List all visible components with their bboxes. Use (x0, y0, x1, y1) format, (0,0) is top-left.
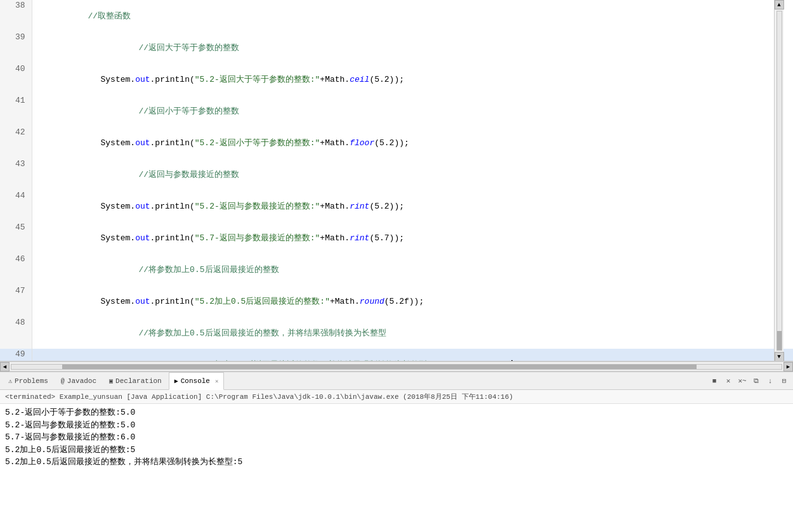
indent (88, 328, 139, 338)
code-content[interactable]: //取整函数 (32, 0, 793, 32)
code-args: (5.7)); (369, 233, 404, 243)
code-dot: .println( (150, 202, 195, 211)
code-plus: +Math. (320, 75, 350, 84)
table-row: 44 System.out.println("5.2-返回与参数最接近的整数:"… (0, 190, 793, 222)
tabs-bar: ⚠ Problems @ Javadoc ▣ Declaration ▶ Con… (0, 372, 793, 390)
code-args: (5.2)); (369, 202, 404, 211)
horizontal-scrollbar[interactable]: ◀ ▶ (0, 361, 793, 371)
table-row: 41 //返回小于等于参数的整数 (0, 95, 793, 127)
code-content[interactable]: System.out.println("5.7-返回与参数最接近的整数:"+Ma… (32, 222, 793, 254)
code-content[interactable]: System.out.println("5.2-返回大于等于参数的整数:"+Ma… (32, 63, 793, 95)
console-line-2: 5.2-返回与参数最接近的整数:5.0 (5, 419, 788, 432)
code-method: rint (350, 233, 369, 243)
code-content[interactable]: //返回小于等于参数的整数 (32, 95, 793, 127)
line-number: 40 (0, 63, 32, 95)
code-content[interactable]: //返回大于等于参数的整数 (32, 32, 793, 63)
toolbar-new-console-button[interactable]: ⧉ (750, 375, 763, 387)
scroll-left-button[interactable]: ◀ (0, 362, 10, 372)
code-method: rint (350, 202, 369, 211)
console-line-5: 5.2加上0.5后返回最接近的整数，并将结果强制转换为长整型:5 (5, 456, 788, 469)
scroll-right-button[interactable]: ▶ (783, 362, 793, 372)
tab-console[interactable]: ▶ Console ✕ (169, 372, 225, 390)
code-plus: +Math. (320, 138, 350, 148)
console-header-text: <terminated> Example_yunsuan [Java Appli… (5, 393, 513, 401)
code-content[interactable]: System.out.println("5.2加上0.5后返回最接近的整数，并将… (32, 349, 793, 361)
code-out: out (135, 297, 150, 306)
line-number: 47 (0, 285, 32, 317)
code-method: ceil (350, 75, 369, 84)
table-row: 43 //返回与参数最接近的整数 (0, 159, 793, 190)
console-line-4: 5.2加上0.5后返回最接近的整数:5 (5, 444, 788, 457)
table-row: 49 System.out.println("5.2加上0.5后返回最接近的整数… (0, 349, 793, 361)
tab-close-icon[interactable]: ✕ (215, 378, 218, 385)
tab-problems[interactable]: ⚠ Problems (3, 372, 54, 389)
comment-text: //将参数加上0.5后返回最接近的整数，并将结果强制转换为长整型 (139, 328, 386, 338)
toolbar-stop-button[interactable]: ■ (708, 375, 721, 387)
comment-text: //取整函数 (88, 11, 131, 21)
code-string: "5.7-返回与参数最接近的整数:" (195, 233, 320, 243)
line-number: 42 (0, 127, 32, 159)
code-string: "5.2-返回大于等于参数的整数:" (195, 75, 320, 84)
scroll-hthumb[interactable] (62, 365, 697, 369)
code-args: (5.2)); (369, 75, 404, 84)
table-row: 45 System.out.println("5.7-返回与参数最接近的整数:"… (0, 222, 793, 254)
tab-declaration-label: Declaration (115, 377, 162, 385)
line-number: 45 (0, 222, 32, 254)
tab-javadoc[interactable]: @ Javadoc (55, 372, 102, 389)
scroll-down-button[interactable]: ▼ (775, 352, 784, 361)
javadoc-icon: @ (61, 378, 65, 385)
tab-problems-label: Problems (15, 377, 48, 385)
code-method: round (360, 297, 384, 306)
vertical-scrollbar[interactable]: ▲ ▼ (774, 0, 783, 361)
code-string: "5.2加上0.5后返回最接近的整数:" (195, 297, 330, 306)
code-out: out (135, 75, 150, 84)
comment-text: //返回与参数最接近的整数 (139, 170, 240, 179)
scroll-up-button[interactable]: ▲ (775, 0, 784, 10)
tab-console-label: Console (181, 377, 210, 385)
indent (88, 107, 139, 116)
code-out: out (135, 233, 150, 243)
code-string: "5.2-返回小于等于参数的整数:" (195, 138, 320, 148)
code-sys: System. (101, 297, 136, 306)
code-dot: .println( (150, 297, 195, 306)
toolbar-remove-button[interactable]: ✕ (722, 375, 735, 387)
code-content[interactable]: //将参数加上0.5后返回最接近的整数 (32, 254, 793, 285)
code-args: (5.2)); (374, 138, 409, 148)
line-number: 39 (0, 32, 32, 63)
problems-icon: ⚠ (8, 377, 12, 385)
code-out: out (135, 202, 150, 211)
bottom-panel: ⚠ Problems @ Javadoc ▣ Declaration ▶ Con… (0, 371, 793, 532)
indent (88, 233, 101, 243)
code-dot: .println( (150, 138, 195, 148)
comment-text: //返回小于等于参数的整数 (139, 107, 240, 116)
code-method: floor (350, 138, 374, 148)
indent (88, 297, 101, 306)
code-sys: System. (101, 138, 136, 148)
scroll-vthumb[interactable] (777, 331, 782, 350)
code-content[interactable]: //将参数加上0.5后返回最接近的整数，并将结果强制转换为长整型 (32, 317, 793, 349)
tab-declaration[interactable]: ▣ Declaration (103, 372, 167, 389)
code-content[interactable]: System.out.println("5.2加上0.5后返回最接近的整数:"+… (32, 285, 793, 317)
line-number: 46 (0, 254, 32, 285)
toolbar-scroll-lock-button[interactable]: ↓ (764, 375, 777, 387)
line-number: 49 (0, 349, 32, 361)
console-header: <terminated> Example_yunsuan [Java Appli… (0, 390, 793, 404)
code-out: out (135, 138, 150, 148)
line-number: 48 (0, 317, 32, 349)
code-content[interactable]: //返回与参数最接近的整数 (32, 159, 793, 190)
indent (88, 265, 139, 275)
code-args: (5.2f)); (384, 297, 424, 306)
scroll-htrack[interactable] (11, 364, 782, 370)
code-sys: System. (101, 202, 136, 211)
table-row: 47 System.out.println("5.2加上0.5后返回最接近的整数… (0, 285, 793, 317)
indent (88, 202, 101, 211)
code-content[interactable]: System.out.println("5.2-返回小于等于参数的整数:"+Ma… (32, 127, 793, 159)
editor-area: ▲ ▼ 38 //取整函数 39 //返回大于等于参数的整数 (0, 0, 793, 361)
toolbar-word-wrap-button[interactable]: ⊟ (778, 375, 790, 387)
scroll-vtrack[interactable] (777, 11, 782, 351)
code-sys: System. (101, 75, 136, 84)
toolbar-remove-all-button[interactable]: ✕~ (736, 375, 749, 387)
code-dot: .println( (150, 75, 195, 84)
code-content[interactable]: System.out.println("5.2-返回与参数最接近的整数:"+Ma… (32, 190, 793, 222)
indent (88, 43, 139, 53)
